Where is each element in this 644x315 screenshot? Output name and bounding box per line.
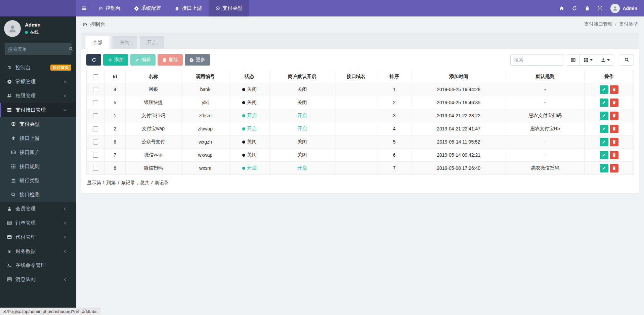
row-edit-button[interactable] xyxy=(600,164,608,172)
sidebar-item-财务数据[interactable]: ¥财务数据 xyxy=(0,244,76,258)
cell-operations xyxy=(585,135,634,149)
cell-rule: - xyxy=(506,83,585,96)
chevron-left-icon xyxy=(62,94,68,98)
row-checkbox[interactable] xyxy=(93,166,98,171)
cell-merchant-default[interactable]: 关闭 xyxy=(269,135,335,149)
column-header-名称: 名称 xyxy=(125,70,181,83)
sidebar-item-权限管理[interactable]: 权限管理 xyxy=(0,89,76,103)
delete-button[interactable]: 删除 xyxy=(158,54,183,66)
row-checkbox[interactable] xyxy=(93,153,98,158)
nav-item-系统配置[interactable]: 系统配置 xyxy=(127,0,168,16)
cell-sort[interactable]: 4 xyxy=(377,122,412,135)
pay-logo-icon xyxy=(10,122,16,126)
trash-button[interactable] xyxy=(581,0,594,16)
row-checkbox[interactable] xyxy=(93,140,98,145)
sidebar-item-支付类型[interactable]: 支付类型 xyxy=(0,117,76,131)
row-edit-button[interactable] xyxy=(600,125,608,133)
panel: 全部关闭开启 添加编辑删除更多 xyxy=(81,33,639,193)
search-button[interactable] xyxy=(620,54,634,66)
export-button[interactable] xyxy=(597,54,614,66)
row-delete-button[interactable] xyxy=(610,99,618,107)
sidebar-item-在线命令管理[interactable]: 在线命令管理 xyxy=(0,258,76,272)
row-edit-button[interactable] xyxy=(600,99,608,107)
row-edit-button[interactable] xyxy=(600,151,608,159)
row-checkbox[interactable] xyxy=(93,113,98,118)
cell-merchant-default[interactable]: 关闭 xyxy=(269,149,335,162)
expand-button[interactable] xyxy=(594,0,606,16)
sidebar-username: Admin xyxy=(25,22,41,28)
row-edit-button[interactable] xyxy=(600,85,608,94)
list-icon xyxy=(6,108,12,112)
columns-button[interactable] xyxy=(579,54,597,66)
cell-id: 7 xyxy=(104,149,125,162)
sidebar-item-订单管理[interactable]: 订单管理 xyxy=(0,216,76,230)
nav-item-接口上游[interactable]: 接口上游 xyxy=(168,0,209,16)
nav-item-控制台[interactable]: 控制台 xyxy=(92,0,127,16)
cell-sort[interactable]: 3 xyxy=(377,109,412,122)
home-button[interactable] xyxy=(555,0,568,16)
row-edit-button[interactable] xyxy=(600,138,608,146)
cell-sort[interactable]: 1 xyxy=(377,83,412,96)
user-avatar-icon xyxy=(4,20,21,37)
breadcrumb-separator: / xyxy=(615,22,616,27)
sidebar-item-支付接口管理[interactable]: 支付接口管理 xyxy=(0,103,76,117)
toggle-view-button[interactable] xyxy=(567,54,580,66)
column-header-默认规则: 默认规则 xyxy=(506,70,585,83)
cell-operations xyxy=(585,149,634,162)
sidebar-item-消息队列[interactable]: 消息队列 xyxy=(0,272,76,286)
tab-开启[interactable]: 开启 xyxy=(140,36,164,49)
navbar-user-menu[interactable]: Admin xyxy=(606,0,644,16)
sidebar-item-银行类型[interactable]: 银行类型 xyxy=(0,173,76,188)
chevron-left-icon xyxy=(62,249,68,253)
sidebar-item-接口检测[interactable]: 接口检测 xyxy=(0,188,76,202)
select-all-checkbox[interactable] xyxy=(93,74,98,79)
row-checkbox[interactable] xyxy=(93,126,98,131)
cell-sort[interactable]: 7 xyxy=(377,162,412,175)
cell-merchant-default[interactable]: 关闭 xyxy=(269,83,335,96)
cell-merchant-default[interactable]: 开启 xyxy=(269,162,335,175)
cell-id: 2 xyxy=(104,122,125,135)
cell-merchant-default[interactable]: 开启 xyxy=(269,122,335,135)
tab-全部[interactable]: 全部 xyxy=(85,36,110,49)
row-delete-button[interactable] xyxy=(610,112,618,120)
tab-关闭[interactable]: 关闭 xyxy=(113,36,137,49)
edit-button[interactable]: 编辑 xyxy=(130,54,156,66)
row-delete-button[interactable] xyxy=(610,85,618,94)
sidebar-item-label: 接口账户 xyxy=(19,149,71,156)
toolbar: 添加编辑删除更多 xyxy=(86,54,634,66)
row-delete-button[interactable] xyxy=(610,125,618,133)
cell-sort[interactable]: 6 xyxy=(377,149,412,162)
sidebar-item-label: 在线命令管理 xyxy=(15,262,71,269)
row-edit-button[interactable] xyxy=(600,112,608,120)
sidebar-item-label: 接口上游 xyxy=(19,135,71,142)
sidebar-item-接口账户[interactable]: 接口账户 xyxy=(0,145,76,159)
select-all-header xyxy=(87,70,105,83)
table-search-input[interactable] xyxy=(510,54,564,66)
cell-sort[interactable]: 5 xyxy=(377,135,412,149)
sidebar-item-label: 银行类型 xyxy=(19,178,71,184)
cell-merchant-default[interactable]: 关闭 xyxy=(269,96,335,109)
row-delete-button[interactable] xyxy=(610,164,618,172)
logo-area xyxy=(0,0,76,16)
sidebar-item-会员管理[interactable]: 会员管理 xyxy=(0,202,76,216)
refresh-button[interactable] xyxy=(568,0,581,16)
row-delete-button[interactable] xyxy=(610,151,618,159)
sidebar-toggle-button[interactable] xyxy=(76,0,92,16)
row-delete-button[interactable] xyxy=(610,138,618,146)
cell-merchant-default[interactable]: 开启 xyxy=(269,109,335,122)
sidebar-item-接口上游[interactable]: 接口上游 xyxy=(0,131,76,145)
breadcrumb-parent[interactable]: 支付接口管理 xyxy=(584,21,612,27)
menu-search-input[interactable] xyxy=(8,46,69,52)
more-button[interactable]: 更多 xyxy=(185,54,210,66)
sidebar-item-代付管理[interactable]: 代付管理 xyxy=(0,230,76,244)
cell-sort[interactable]: 2 xyxy=(377,96,412,109)
sidebar-item-常规管理[interactable]: 常规管理 xyxy=(0,75,76,89)
row-checkbox[interactable] xyxy=(93,87,98,92)
row-checkbox[interactable] xyxy=(93,100,98,105)
refresh-button[interactable] xyxy=(86,54,101,66)
sidebar-item-接口规则[interactable]: 接口规则 xyxy=(0,159,76,173)
tab-strip: 全部关闭开启 xyxy=(81,33,639,49)
nav-item-支付类型[interactable]: 支付类型 xyxy=(209,0,249,16)
sidebar-item-控制台[interactable]: 控制台后台首页 xyxy=(0,61,76,75)
add-button[interactable]: 添加 xyxy=(103,54,128,66)
